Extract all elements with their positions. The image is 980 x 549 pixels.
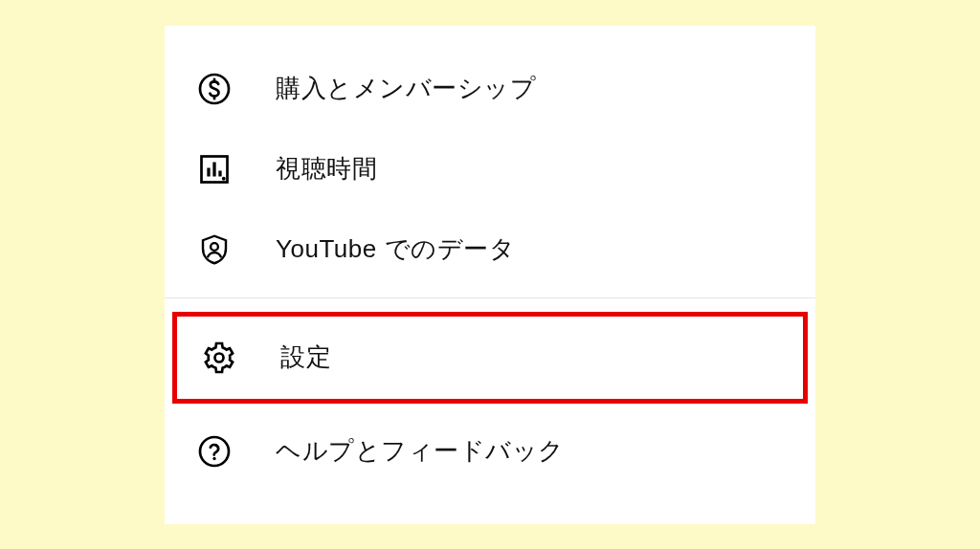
menu-item-settings[interactable]: 設定: [177, 317, 803, 399]
menu-item-your-data[interactable]: YouTube でのデータ: [165, 209, 815, 290]
help-circle-icon: [197, 434, 232, 469]
menu-item-help[interactable]: ヘルプとフィードバック: [165, 411, 815, 492]
settings-highlight-box: 設定: [172, 312, 808, 404]
svg-point-9: [215, 353, 224, 362]
menu-item-label: ヘルプとフィードバック: [276, 434, 565, 468]
menu-item-label: YouTube でのデータ: [276, 232, 515, 266]
menu-list-2: ヘルプとフィードバック: [165, 411, 815, 492]
menu-list: 購入とメンバーシップ 視聴時間: [165, 49, 815, 290]
menu-item-label: 購入とメンバーシップ: [276, 72, 536, 105]
gear-icon: [202, 340, 236, 375]
svg-point-8: [211, 243, 218, 251]
svg-point-7: [222, 176, 226, 180]
menu-panel: 購入とメンバーシップ 視聴時間: [165, 26, 815, 524]
svg-point-11: [212, 456, 215, 459]
bar-chart-box-icon: [197, 152, 232, 187]
menu-item-label: 設定: [280, 340, 331, 374]
menu-item-watch-time[interactable]: 視聴時間: [165, 129, 815, 209]
person-shield-icon: [197, 232, 232, 267]
svg-point-10: [200, 437, 229, 466]
divider: [165, 297, 815, 298]
menu-item-purchases[interactable]: 購入とメンバーシップ: [165, 49, 815, 129]
dollar-circle-icon: [197, 72, 232, 106]
menu-item-label: 視聴時間: [276, 152, 377, 186]
